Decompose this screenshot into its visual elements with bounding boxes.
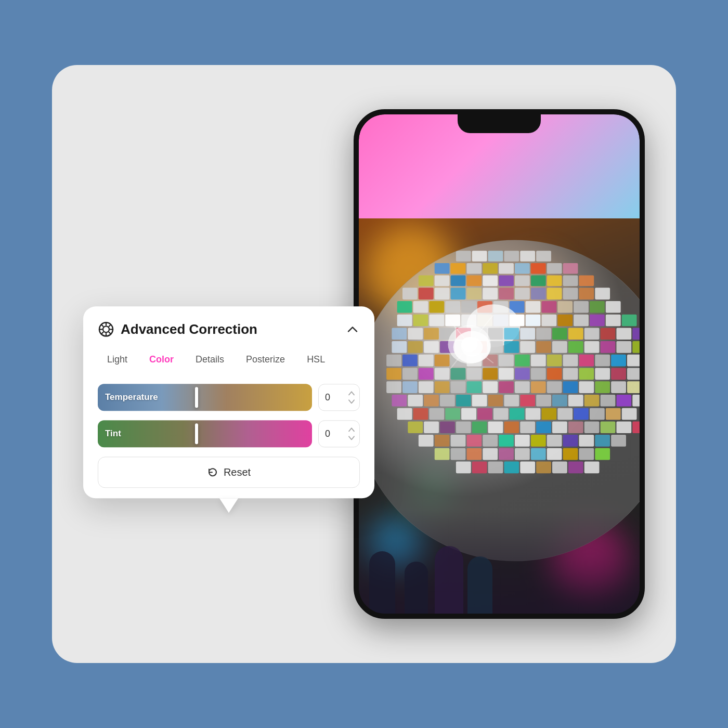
svg-rect-52 [590, 301, 605, 313]
popup-tooltip-arrow [219, 498, 238, 513]
temperature-slider-track[interactable]: Temperature [98, 384, 312, 411]
svg-rect-162 [584, 395, 600, 407]
svg-rect-218 [579, 448, 594, 460]
temperature-slider-thumb[interactable] [195, 387, 198, 408]
svg-rect-102 [386, 355, 401, 367]
svg-rect-27 [402, 288, 418, 300]
svg-rect-187 [504, 421, 519, 433]
tint-slider-container: Tint 0 [98, 420, 360, 447]
svg-rect-211 [466, 448, 482, 460]
svg-rect-81 [568, 328, 583, 340]
svg-rect-64 [557, 315, 573, 327]
svg-rect-151 [408, 395, 423, 407]
svg-rect-42 [429, 301, 444, 313]
svg-rect-227 [568, 462, 583, 474]
svg-rect-134 [386, 381, 401, 393]
svg-rect-100 [616, 341, 631, 353]
svg-rect-103 [402, 355, 418, 367]
svg-rect-32 [483, 288, 498, 300]
tint-slider-track[interactable]: Tint [98, 420, 312, 447]
svg-rect-101 [632, 341, 640, 353]
svg-rect-156 [488, 395, 503, 407]
svg-rect-62 [526, 315, 541, 327]
svg-rect-127 [531, 368, 546, 380]
svg-rect-199 [466, 435, 482, 447]
svg-rect-72 [424, 328, 439, 340]
svg-rect-143 [531, 381, 546, 393]
svg-rect-132 [611, 368, 626, 380]
tab-hsl[interactable]: HSL [297, 350, 334, 369]
svg-rect-34 [515, 288, 530, 300]
svg-rect-154 [456, 395, 471, 407]
svg-rect-12 [515, 263, 530, 274]
svg-rect-219 [595, 448, 610, 460]
svg-rect-128 [547, 368, 562, 380]
svg-rect-181 [408, 421, 423, 433]
tint-label: Tint [105, 428, 121, 439]
tint-increment[interactable] [348, 426, 355, 433]
tab-color[interactable]: Color [140, 350, 183, 369]
temperature-spinner[interactable] [348, 389, 355, 405]
svg-rect-185 [472, 421, 487, 433]
tab-light[interactable]: Light [98, 350, 137, 369]
svg-rect-7 [435, 263, 450, 274]
svg-rect-179 [606, 408, 621, 420]
svg-rect-111 [531, 355, 546, 367]
tint-slider-row: Tint 0 [98, 420, 360, 447]
svg-rect-148 [611, 381, 626, 393]
svg-rect-28 [419, 288, 434, 300]
tint-slider-thumb[interactable] [195, 423, 198, 444]
svg-rect-51 [574, 301, 589, 313]
tint-spinner[interactable] [348, 426, 355, 441]
svg-rect-40 [397, 301, 412, 313]
svg-rect-195 [632, 421, 640, 433]
svg-rect-70 [392, 328, 407, 340]
svg-rect-1 [456, 251, 471, 262]
svg-rect-77 [504, 328, 519, 340]
svg-rect-16 [419, 276, 434, 287]
svg-rect-137 [435, 381, 450, 393]
svg-rect-188 [520, 421, 535, 433]
svg-rect-5 [520, 251, 535, 262]
phone-image-area [359, 218, 640, 614]
svg-rect-204 [547, 435, 562, 447]
svg-rect-23 [531, 276, 546, 287]
svg-rect-196 [419, 435, 434, 447]
svg-rect-210 [451, 448, 466, 460]
svg-rect-97 [568, 341, 583, 353]
svg-rect-85 [632, 328, 640, 340]
svg-rect-19 [466, 276, 482, 287]
svg-rect-30 [451, 288, 466, 300]
svg-rect-158 [520, 395, 535, 407]
svg-rect-98 [584, 341, 600, 353]
popup-header-left: Advanced Correction [98, 321, 257, 337]
svg-rect-155 [472, 395, 487, 407]
tab-posterize[interactable]: Posterize [237, 350, 294, 369]
tab-details[interactable]: Details [186, 350, 233, 369]
temperature-increment[interactable] [348, 389, 355, 397]
tint-decrement[interactable] [348, 434, 355, 441]
svg-rect-192 [584, 421, 600, 433]
svg-rect-152 [424, 395, 439, 407]
svg-rect-226 [552, 462, 567, 474]
svg-rect-178 [590, 408, 605, 420]
svg-rect-203 [531, 435, 546, 447]
svg-rect-157 [504, 395, 519, 407]
popup-header: Advanced Correction [98, 321, 360, 337]
svg-rect-223 [504, 462, 519, 474]
svg-rect-124 [483, 368, 498, 380]
phone-screen [359, 114, 640, 614]
svg-rect-153 [440, 395, 455, 407]
reset-button[interactable]: Reset [98, 457, 360, 488]
temperature-decrement[interactable] [348, 398, 355, 405]
svg-rect-125 [499, 368, 514, 380]
svg-rect-160 [552, 395, 567, 407]
svg-rect-35 [531, 288, 546, 300]
svg-rect-222 [488, 462, 503, 474]
svg-rect-118 [386, 368, 401, 380]
svg-rect-176 [557, 408, 573, 420]
svg-rect-217 [563, 448, 578, 460]
svg-rect-165 [632, 395, 640, 407]
chevron-up-icon[interactable] [345, 322, 360, 336]
svg-rect-93 [504, 341, 519, 353]
